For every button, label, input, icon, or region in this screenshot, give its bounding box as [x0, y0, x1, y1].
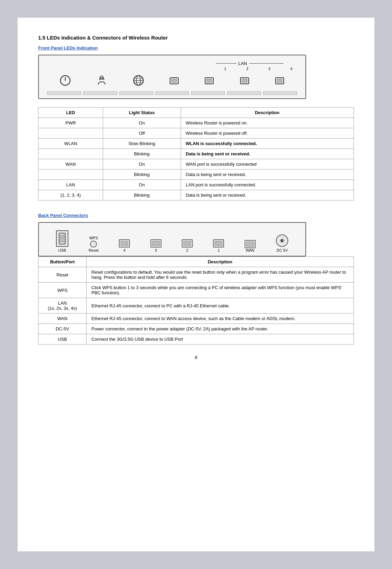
back-panel-link[interactable]: Back Panel Connectors — [38, 213, 354, 218]
svg-rect-14 — [277, 79, 282, 82]
btn-port-col-header: Button/Port — [38, 257, 87, 267]
status-cell: On — [103, 118, 181, 128]
btn-port-cell: LAN(1x, 2x, 3x, 4x) — [38, 298, 87, 314]
status-cell: Blinking — [103, 190, 181, 200]
fp-power-icon — [59, 74, 71, 87]
bp-port-inner-2 — [183, 241, 191, 246]
fp-bar-2 — [83, 91, 117, 95]
fp-lan-port-4-icon — [274, 75, 285, 86]
bp-port-num-2: 2 — [186, 248, 188, 252]
table-row: (1, 2, 3, 4) Blinking Data is being sent… — [38, 190, 354, 200]
section-title: 1.5 LEDs Indication & Connectors of Wire… — [38, 35, 354, 41]
table-row: Blinking Data is being sent or received. — [38, 149, 354, 159]
led-cell: PWR — [38, 118, 103, 128]
table-row: WLAN Slow Blinking WLAN is successfully … — [38, 139, 354, 149]
led-cell: WAN — [38, 159, 103, 169]
desc-cell: WLAN is successfully connected. — [181, 139, 354, 149]
bp-wan-label: WAN — [246, 248, 254, 252]
conn-desc-col-header: Description — [87, 257, 354, 267]
bp-port-num-3: 3 — [155, 248, 157, 252]
table-row: WPS Click WPS button 1 to 3 seconds whil… — [38, 283, 354, 298]
btn-port-cell: WAN — [38, 314, 87, 324]
led-cell — [38, 149, 103, 159]
bp-lan-port-4: 4 — [119, 239, 130, 252]
bp-reset-item: WPS Reset — [89, 236, 99, 252]
table-row: WAN Ethernet RJ-45 connector, connect to… — [38, 314, 354, 324]
table-row: WAN On WAN port is successfully connecte… — [38, 159, 354, 169]
conn-desc-cell: Reset configurations to default. You wou… — [87, 267, 354, 283]
desc-cell: WAN port is successfully connected — [181, 159, 354, 169]
fp-lan-port-3-icon — [239, 75, 250, 86]
bp-port-body-1 — [213, 239, 224, 248]
bp-dc-item: DC 5V — [276, 234, 288, 252]
fp-lan-label: LAN — [216, 61, 283, 66]
bp-reset-label: Reset — [89, 248, 99, 252]
fp-lan-text: LAN — [238, 61, 247, 66]
fp-bar-1 — [47, 91, 81, 95]
fp-lan-port-2-icon — [204, 75, 215, 86]
bp-port-inner-1 — [215, 241, 222, 246]
fp-lan-row: LAN — [47, 61, 297, 66]
fp-bar-row — [47, 91, 297, 95]
front-panel-diagram: LAN 1 2 3 4 — [38, 55, 306, 99]
dc-inner-icon — [280, 239, 284, 242]
status-cell: Slow Blinking — [103, 139, 181, 149]
bp-lan-port-2: 2 — [182, 239, 193, 252]
bp-wps-label: WPS — [89, 236, 98, 240]
status-cell: On — [103, 180, 181, 190]
svg-rect-8 — [172, 79, 177, 82]
bp-port-num-4: 4 — [123, 248, 125, 252]
bp-port-inner-3 — [152, 241, 160, 246]
bp-lan-port-3: 3 — [150, 239, 161, 252]
desc-cell: Wireless Router is powered off. — [181, 128, 354, 139]
fp-icons-row — [47, 72, 297, 89]
bp-wan-port-body — [245, 240, 256, 248]
status-cell: Blinking — [103, 149, 181, 159]
description-col-header: Description — [181, 108, 354, 118]
conn-desc-cell: Ethernet RJ-45 connector, connect to PC … — [87, 298, 354, 314]
dc-icon — [276, 234, 288, 247]
led-cell: LAN — [38, 180, 103, 190]
table-row: LAN On LAN port is successfully connecte… — [38, 180, 354, 190]
bp-lan-port-1: 1 — [213, 239, 224, 252]
table-row: Blinking Data is being sent or received. — [38, 169, 354, 180]
fp-port-num-2: 2 — [246, 67, 248, 71]
desc-cell: Data is being sent or received. — [181, 169, 354, 180]
fp-globe-icon — [132, 74, 145, 87]
bp-port-inner-4 — [121, 241, 128, 246]
light-status-col-header: Light Status — [103, 108, 181, 118]
fp-lan-port-1-icon — [169, 75, 180, 86]
svg-rect-12 — [242, 79, 247, 82]
bp-wan-port: WAN — [245, 240, 256, 252]
back-panel-diagram: USB WPS Reset 4 3 2 — [38, 222, 306, 256]
bp-port-body-2 — [182, 239, 193, 248]
conn-desc-cell: Ethernet RJ-45 connector, connect to WAN… — [87, 314, 354, 324]
front-panel-link[interactable]: Front Panel LEDs Indication — [38, 45, 354, 51]
fp-port-num-3: 3 — [268, 67, 270, 71]
svg-rect-10 — [207, 79, 212, 82]
led-cell — [38, 169, 103, 180]
bp-usb-label: USB — [58, 248, 66, 252]
btn-port-cell: WPS — [38, 283, 87, 298]
status-cell: On — [103, 159, 181, 169]
bp-port-num-1: 1 — [217, 248, 220, 252]
usb-icon — [56, 230, 68, 247]
table-row: USB Connect the 3G/3.5G USB device to US… — [38, 334, 354, 344]
table-row: DC-5V Power connector, connect to the po… — [38, 324, 354, 334]
bp-reset-button-icon — [90, 241, 97, 248]
status-cell: Off — [103, 128, 181, 139]
fp-bar-6 — [227, 91, 261, 95]
btn-port-cell: USB — [38, 334, 87, 344]
bp-port-body-4 — [119, 239, 130, 248]
fp-numbers-row: 1 2 3 4 — [47, 67, 297, 71]
desc-cell: LAN port is successfully connected. — [181, 180, 354, 190]
table-row: Reset Reset configurations to default. Y… — [38, 267, 354, 283]
fp-bar-4 — [155, 91, 189, 95]
bp-usb-item: USB — [56, 230, 68, 252]
fp-port-num-1: 1 — [224, 67, 226, 71]
table-row: LAN(1x, 2x, 3x, 4x) Ethernet RJ-45 conne… — [38, 298, 354, 314]
table-row: PWR On Wireless Router is powered on. — [38, 118, 354, 128]
btn-port-cell: Reset — [38, 267, 87, 283]
conn-desc-cell: Click WPS button 1 to 3 seconds while yo… — [87, 283, 354, 298]
table-row: Off Wireless Router is powered off. — [38, 128, 354, 139]
